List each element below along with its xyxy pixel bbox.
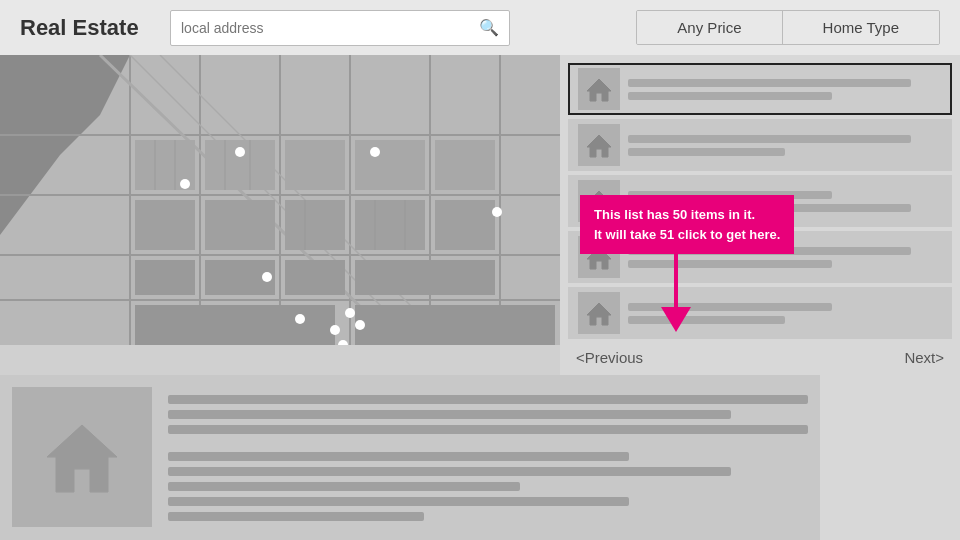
detail-home-icon bbox=[42, 417, 122, 497]
svg-rect-27 bbox=[285, 260, 345, 295]
listing-line-2 bbox=[628, 316, 785, 324]
svg-point-38 bbox=[235, 147, 245, 157]
listing-lines bbox=[628, 247, 942, 268]
detail-line bbox=[168, 467, 731, 476]
listing-lines bbox=[628, 191, 942, 212]
map-container[interactable] bbox=[0, 55, 560, 345]
svg-point-44 bbox=[330, 325, 340, 335]
svg-point-41 bbox=[492, 207, 502, 217]
svg-point-40 bbox=[370, 147, 380, 157]
pagination: <Previous Next> bbox=[568, 343, 952, 368]
listing-lines bbox=[628, 135, 942, 156]
listing-line-1 bbox=[628, 79, 911, 87]
home-icon bbox=[585, 299, 613, 327]
svg-rect-30 bbox=[355, 305, 555, 345]
svg-rect-21 bbox=[285, 200, 345, 250]
listing-line-1 bbox=[628, 135, 911, 143]
listing-line-2 bbox=[628, 92, 832, 100]
home-icon bbox=[585, 75, 613, 103]
listing-item[interactable] bbox=[568, 287, 952, 339]
listing-line-1 bbox=[628, 303, 832, 311]
svg-rect-22 bbox=[355, 200, 425, 250]
listing-icon bbox=[578, 124, 620, 166]
search-bar: 🔍 bbox=[170, 10, 510, 46]
svg-point-47 bbox=[355, 320, 365, 330]
listing-lines bbox=[628, 79, 942, 100]
svg-rect-24 bbox=[435, 140, 495, 190]
svg-rect-25 bbox=[135, 260, 195, 295]
svg-marker-50 bbox=[587, 191, 611, 213]
svg-rect-17 bbox=[135, 200, 195, 250]
listing-line-2 bbox=[628, 148, 785, 156]
next-button[interactable]: Next> bbox=[904, 349, 944, 366]
listing-icon bbox=[578, 236, 620, 278]
listing-line-2 bbox=[628, 204, 911, 212]
svg-point-43 bbox=[295, 314, 305, 324]
listing-item[interactable] bbox=[568, 175, 952, 227]
svg-rect-23 bbox=[435, 200, 495, 250]
home-icon bbox=[585, 131, 613, 159]
svg-marker-52 bbox=[587, 303, 611, 325]
detail-line bbox=[168, 452, 629, 461]
listing-line-2 bbox=[628, 260, 832, 268]
listing-item[interactable] bbox=[568, 231, 952, 283]
detail-line bbox=[168, 482, 520, 491]
header: Real Estate 🔍 Any Price Home Type bbox=[0, 0, 960, 55]
home-icon bbox=[585, 187, 613, 215]
listing-lines bbox=[628, 303, 942, 324]
listing-icon bbox=[578, 68, 620, 110]
map-svg bbox=[0, 55, 560, 345]
detail-line bbox=[168, 497, 629, 506]
detail-line bbox=[168, 410, 731, 419]
listing-icon bbox=[578, 180, 620, 222]
price-filter-button[interactable]: Any Price bbox=[637, 11, 782, 44]
filter-buttons: Any Price Home Type bbox=[636, 10, 940, 45]
svg-marker-49 bbox=[587, 135, 611, 157]
detail-content bbox=[168, 387, 808, 528]
svg-marker-51 bbox=[587, 247, 611, 269]
prev-button[interactable]: <Previous bbox=[576, 349, 643, 366]
svg-rect-18 bbox=[205, 200, 275, 250]
search-input[interactable] bbox=[181, 20, 479, 36]
detail-line bbox=[168, 395, 808, 404]
svg-point-46 bbox=[345, 308, 355, 318]
home-icon bbox=[585, 243, 613, 271]
svg-rect-20 bbox=[355, 140, 425, 190]
detail-line bbox=[168, 512, 424, 521]
svg-marker-48 bbox=[587, 79, 611, 101]
detail-line bbox=[168, 425, 808, 434]
listing-line-1 bbox=[628, 247, 911, 255]
detail-panel bbox=[0, 375, 820, 540]
type-filter-button[interactable]: Home Type bbox=[783, 11, 939, 44]
search-button[interactable]: 🔍 bbox=[479, 18, 499, 37]
svg-marker-55 bbox=[47, 425, 117, 492]
svg-point-42 bbox=[262, 272, 272, 282]
svg-rect-19 bbox=[285, 140, 345, 190]
detail-image bbox=[12, 387, 152, 527]
listing-icon bbox=[578, 292, 620, 334]
svg-point-39 bbox=[180, 179, 190, 189]
app-title: Real Estate bbox=[20, 15, 150, 41]
listing-item[interactable] bbox=[568, 119, 952, 171]
listing-line-1 bbox=[628, 191, 832, 199]
svg-rect-29 bbox=[135, 305, 335, 345]
svg-rect-28 bbox=[355, 260, 495, 295]
listing-item[interactable] bbox=[568, 63, 952, 115]
